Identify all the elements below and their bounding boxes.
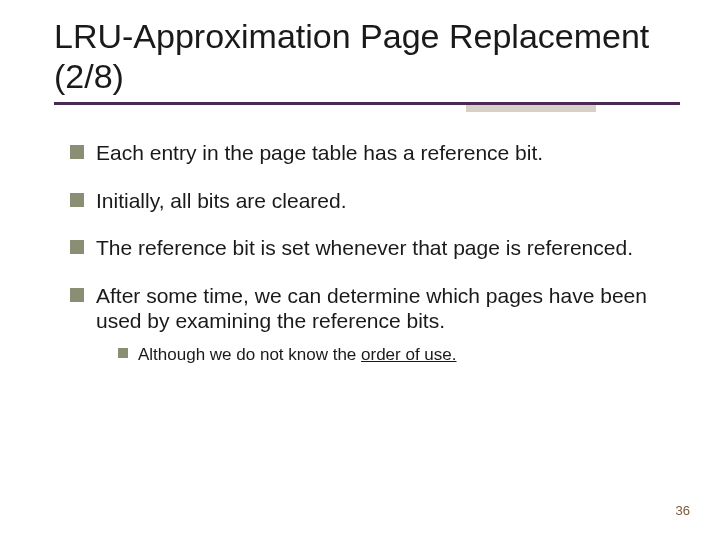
sub-bullet-order-phrase: order of use. [361, 345, 456, 364]
slide-title: LRU-Approximation Page Replacement (2/8) [54, 16, 680, 96]
sub-bullet-list: Although we do not know the order of use… [96, 344, 670, 365]
bullet-text: After some time, we can determine which … [96, 284, 647, 333]
underline-accent [466, 105, 596, 112]
bullet-text: Each entry in the page table has a refer… [96, 141, 543, 164]
list-item: The reference bit is set whenever that p… [70, 235, 670, 261]
list-item: After some time, we can determine which … [70, 283, 670, 365]
title-block: LRU-Approximation Page Replacement (2/8) [54, 16, 680, 114]
bullet-list: Each entry in the page table has a refer… [70, 140, 670, 365]
list-item: Each entry in the page table has a refer… [70, 140, 670, 166]
list-item: Although we do not know the order of use… [118, 344, 670, 365]
body-content: Each entry in the page table has a refer… [70, 140, 670, 387]
bullet-text: The reference bit is set whenever that p… [96, 236, 633, 259]
list-item: Initially, all bits are cleared. [70, 188, 670, 214]
bullet-text: Initially, all bits are cleared. [96, 189, 347, 212]
title-underline [54, 102, 680, 114]
page-number: 36 [676, 503, 690, 518]
sub-bullet-prefix: Although we do not know the [138, 345, 361, 364]
slide: LRU-Approximation Page Replacement (2/8)… [0, 0, 720, 540]
